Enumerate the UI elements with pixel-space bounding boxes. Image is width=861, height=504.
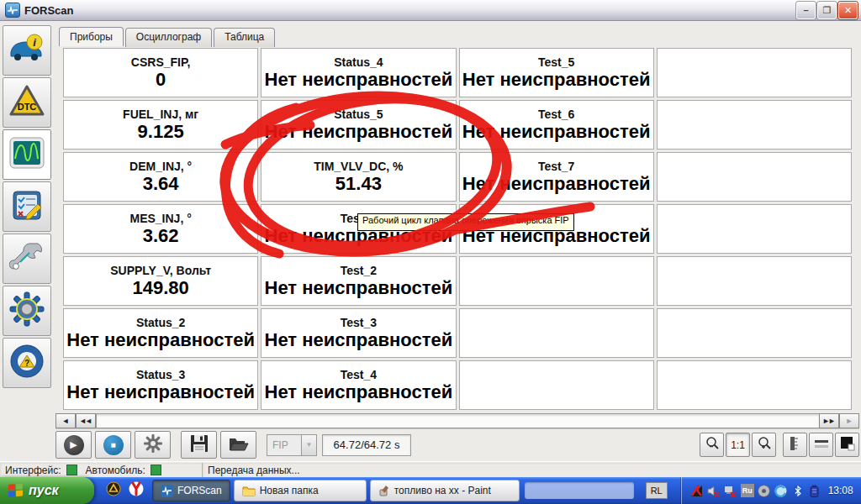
scroll-left-fast-button[interactable]: ◄◄ [76,413,96,428]
zoom-in-button[interactable] [752,433,776,457]
gauge-cell[interactable]: Test_3Нет неисправностей [261,308,456,358]
gauge-cell[interactable]: Test_5Нет неисправностей [459,48,654,97]
keyboard-layout-tray-icon[interactable]: Ru [741,484,754,497]
lines-icon [814,438,829,452]
color-scheme-button[interactable] [835,433,859,457]
stop-button[interactable]: ■ [95,431,131,459]
gauge-label: FUEL_INJ, мг [123,108,198,121]
gauge-value: 9.125 [138,121,184,143]
ruler-button[interactable] [783,433,807,457]
volume-muted-tray-icon[interactable] [707,484,721,497]
stop-icon: ■ [103,435,124,455]
profile-dropdown-value: FIP [267,439,301,451]
gauge-cell[interactable]: Test_2Нет неисправностей [261,256,456,306]
yandex-browser-icon[interactable] [129,481,144,500]
gauge-cell[interactable]: MES_INJ, °3.62 [63,204,258,254]
gauge-cell[interactable]: Test_4Нет неисправностей [261,360,456,410]
gauge-label: Test_3 [341,316,377,329]
restore-button[interactable]: ❐ [817,2,837,19]
bluetooth-tray-icon[interactable] [791,484,805,497]
close-button[interactable]: ✕ [838,2,858,19]
task-button-paint[interactable]: топливо на xx - Paint [370,480,520,501]
gauge-value: 3.64 [143,173,179,195]
task-label: FORScan [177,485,222,496]
status-bar: Интерфейс: Автомобиль: Передача данных..… [0,461,861,478]
tab-table[interactable]: Таблица [214,28,275,47]
save-button[interactable] [181,431,217,459]
gauge-label: Test_6 [538,108,574,121]
gauge-value: 149.80 [132,277,188,299]
gauge-cell[interactable]: CSRS_FIP,0 [63,48,258,97]
device-error-tray-icon[interactable] [724,484,737,497]
start-button[interactable]: пуск [0,477,94,504]
play-icon: ▶ [64,435,84,455]
window-titlebar[interactable]: FORScan – ❐ ✕ [0,0,861,21]
task-button-folder[interactable]: Новая папка [234,480,367,501]
gauge-cell[interactable]: Status_3Нет неисправностей [63,360,258,410]
sidebar-item-tests[interactable] [3,181,51,232]
gauge-cell[interactable]: Test_6Нет неисправностей [459,100,654,150]
parameter-tooltip: Рабочий цикл клапана опережения впрыска … [357,213,574,231]
record-settings-button[interactable] [135,431,171,459]
system-tray: Ru 13:08 [681,477,860,504]
open-folder-icon [229,435,249,455]
gauge-label: SUPPLY_V, Вольт [110,264,211,277]
gauge-cell[interactable]: Status_2Нет неисправностей [63,308,258,358]
start-label: пуск [29,483,59,498]
gauge-cell [657,256,852,306]
svg-text:?: ? [24,359,29,368]
sidebar-item-vehicle-info[interactable]: i [3,25,51,76]
open-file-button[interactable] [220,431,256,459]
taskbar-clock[interactable]: 13:08 [828,485,853,496]
magnifier-plus-icon [757,436,772,454]
gauge-cell[interactable]: Test_7Нет неисправностей [459,152,654,202]
gauge-value: 3.62 [143,225,179,247]
battery-tray-icon[interactable] [808,484,821,497]
scroll-right-fast-button[interactable]: ►► [819,413,839,428]
language-indicator[interactable]: RL [646,482,668,499]
app-tray-icon[interactable] [774,484,788,497]
disc-tray-icon[interactable] [758,484,771,497]
gauge-cell [657,100,852,150]
zoom-reset-button[interactable]: 1:1 [726,433,750,457]
gauge-cell[interactable]: SUPPLY_V, Вольт149.80 [63,256,258,306]
scroll-right-button[interactable]: ► [839,413,859,428]
quick-launch-app-icon[interactable] [106,481,121,500]
scroll-left-button[interactable]: ◄ [55,413,76,428]
tab-devices[interactable]: Приборы [59,27,124,46]
view-tabs: Приборы Осциллограф Таблица [59,28,275,47]
gauge-cell[interactable]: Status_4Нет неисправностей [261,48,456,97]
gauge-label: CSRS_FIP, [131,55,191,69]
taskbar-empty-strip [525,482,634,499]
sidebar-item-oscilloscope[interactable] [3,129,51,180]
tab-oscilloscope[interactable]: Осциллограф [125,28,212,47]
sidebar-item-dtc[interactable]: DTC [3,77,51,128]
scrollbar-track[interactable] [96,413,819,428]
sidebar-item-help[interactable]: ? [3,338,51,388]
gauge-label: Status_3 [136,368,185,381]
gauge-cell[interactable]: TIM_VLV_DC, %51.43 [261,152,456,202]
grid-lines-button[interactable] [809,433,833,457]
antivirus-tray-icon[interactable] [690,484,704,497]
gauge-cell[interactable]: FUEL_INJ, мг9.125 [63,100,258,150]
task-label: Новая папка [260,485,319,496]
car-info-icon: i [8,34,45,67]
dtc-triangle-icon: DTC [8,84,45,121]
gauge-cell[interactable]: DEM_INJ, °3.64 [63,152,258,202]
gauge-cell[interactable]: Status_5Нет неисправностей [261,100,456,150]
gauge-cell [657,204,852,254]
gear-icon [9,291,45,330]
gauge-cell [459,256,654,306]
sidebar-item-service[interactable] [3,234,51,284]
black-square-icon [840,436,855,454]
task-button-forscan[interactable]: FORScan [152,480,230,501]
status-message: Передача данных... [203,463,861,477]
profile-dropdown[interactable]: FIP ▼ [267,434,317,456]
gauge-value: 0 [156,69,166,91]
gauge-label: DEM_INJ, ° [129,160,192,173]
zoom-out-button[interactable] [700,433,724,457]
minimize-button[interactable]: – [796,2,816,19]
folder-icon [242,486,256,496]
sidebar-item-settings[interactable] [3,286,51,336]
play-button[interactable]: ▶ [55,431,92,459]
